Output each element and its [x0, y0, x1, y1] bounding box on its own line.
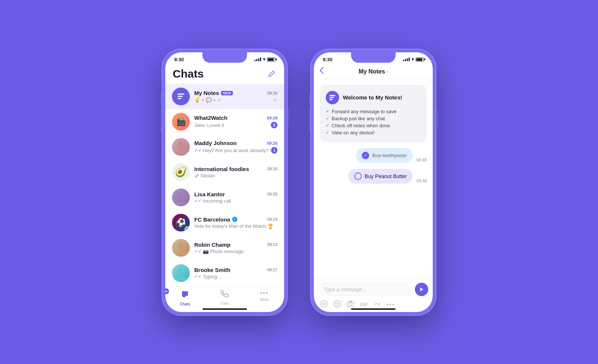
welcome-item-3: ✓ Check off notes when done: [326, 122, 421, 129]
more-nav-label: More: [260, 298, 269, 302]
unread-count-what2watch: 3: [271, 122, 277, 128]
calls-nav-label: Calls: [221, 301, 229, 305]
calls-nav-icon: [221, 290, 229, 300]
chat-name-foodies: International foodies: [194, 166, 249, 172]
emoji-icon[interactable]: [333, 300, 341, 310]
nav-calls[interactable]: Calls: [205, 290, 245, 306]
task-time-1: 09:48: [416, 158, 427, 162]
chat-name-maddy: Maddy Johnson: [194, 140, 237, 146]
sticker-icon[interactable]: [320, 300, 328, 310]
task-checkbox-2[interactable]: [354, 173, 362, 180]
unread-count-maddy: 1: [271, 147, 277, 154]
task-time-2: 09:48: [416, 178, 427, 183]
chat-time-lisa: 09:25: [267, 192, 277, 196]
message-input-field[interactable]: Type a message...: [318, 283, 412, 296]
svg-point-6: [178, 268, 184, 274]
avatar-fcbarcelona: ⚽ ✓: [172, 214, 190, 232]
svg-marker-10: [420, 288, 423, 291]
chat-name-lisa: Lisa Kantor: [194, 191, 225, 197]
status-icons-right: ▾: [403, 57, 424, 62]
avatar-brooke: [172, 264, 190, 282]
phone-left: 9:30 ▾ Chats: [162, 49, 288, 316]
chat-preview-my-notes: 💡 + 💬 = ✓: [194, 97, 221, 103]
chat-item-maddy[interactable]: Maddy Johnson 09:26 ✓✓ Hey? Are you at w…: [165, 134, 284, 160]
new-badge: NEW: [221, 91, 233, 95]
task-bubble-2: Buy Peanut Butter: [348, 169, 413, 184]
gif-icon[interactable]: GIF: [360, 302, 368, 307]
svg-rect-8: [329, 97, 334, 98]
svg-point-3: [178, 141, 184, 148]
chat-preview-foodies: 🗞 Sticker: [194, 173, 277, 178]
svg-rect-1: [178, 96, 183, 97]
chat-item-my-notes[interactable]: My Notes NEW 09:30 💡 + 💬 = ✓ ★: [165, 84, 284, 109]
welcome-card-header: Welcome to My Notes!: [326, 91, 421, 104]
chat-item-robin[interactable]: Robin Champ 09:23 ✓✓ 📷 Photo message: [165, 235, 284, 260]
svg-rect-9: [329, 99, 332, 100]
chat-name-robin: Robin Champ: [194, 242, 231, 248]
chat-time-brooke: 09:17: [267, 268, 277, 272]
signal-icon-right: [403, 58, 410, 61]
welcome-card: Welcome to My Notes! ✓ Forward any messa…: [320, 85, 427, 142]
chats-badge: 4: [165, 288, 169, 294]
wifi-icon: ▾: [263, 57, 265, 62]
chat-item-lisa[interactable]: Lisa Kantor 09:25 ✓✓ Incoming call: [165, 185, 284, 210]
check-icon-1: ✓: [326, 109, 329, 114]
chat-time-fcbarcelona: 09:24: [267, 217, 277, 222]
avatar-my-notes: [172, 88, 190, 105]
star-icon: ★: [273, 97, 277, 103]
svg-point-15: [336, 303, 337, 304]
check-icon-3: ✓: [326, 123, 329, 128]
battery-icon-right: [416, 58, 424, 62]
svg-point-5: [178, 242, 184, 249]
chat-name-fcbarcelona: FC Barcelona ✓: [194, 216, 237, 223]
chat-item-fcbarcelona[interactable]: ⚽ ✓ FC Barcelona ✓ 09:24 Vote for today'…: [165, 210, 284, 235]
home-indicator-left: [202, 308, 247, 310]
check-icon-2: ✓: [326, 116, 329, 121]
svg-rect-0: [178, 94, 184, 95]
notes-title: My Notes ›: [358, 68, 388, 75]
compose-button[interactable]: [266, 69, 277, 79]
svg-rect-7: [329, 95, 335, 96]
home-indicator-right: [351, 308, 396, 310]
chat-name-brooke: Brooke Smith: [194, 267, 231, 273]
signal-icon: [254, 58, 261, 61]
more-nav-icon: •••: [260, 290, 269, 296]
avatar-robin: [172, 239, 190, 257]
chat-time-my-notes: 09:30: [267, 91, 277, 95]
wifi-icon-right: ▾: [412, 57, 414, 62]
welcome-title: Welcome to My Notes!: [343, 94, 402, 101]
battery-icon: [267, 58, 275, 62]
task-text-1: Buy toothpaste: [372, 153, 407, 158]
svg-point-18: [349, 303, 352, 306]
chats-title: Chats: [173, 68, 204, 80]
chat-preview-lisa: ✓✓ Incoming call: [194, 198, 277, 204]
message-input-area: Type a message...: [314, 279, 433, 312]
chat-item-foodies[interactable]: 🥑 International foodies 09:26 🗞 Sticker: [165, 160, 284, 185]
svg-point-4: [178, 192, 184, 199]
task-item-1: ✓ Buy toothpaste 09:48: [320, 148, 427, 163]
svg-point-11: [321, 301, 327, 307]
chat-item-what2watch[interactable]: 🎬 What2Watch 09:29 Jake: Loved it 3: [165, 109, 284, 134]
chat-preview-fcbarcelona: Vote for today's Man of the Match 🏆: [194, 223, 277, 229]
chat-info-maddy: Maddy Johnson 09:26 ✓✓ Hey? Are you at w…: [194, 140, 277, 154]
status-bar-left: 9:30 ▾: [165, 52, 284, 65]
send-button[interactable]: [415, 283, 428, 296]
nav-more[interactable]: ••• More: [244, 290, 284, 306]
back-button[interactable]: [320, 67, 324, 76]
welcome-item-4: ✓ View on any device!: [326, 129, 421, 136]
nav-chats[interactable]: 4 Chats: [165, 290, 205, 306]
chat-preview-robin: ✓✓ 📷 Photo message: [194, 249, 277, 254]
task-checkbox-1[interactable]: ✓: [362, 152, 369, 159]
avatar-foodies: 🥑: [172, 163, 190, 181]
avatar-lisa: [172, 188, 190, 206]
chat-time-robin: 09:23: [267, 242, 277, 247]
chat-item-brooke[interactable]: Brooke Smith 09:17 ✓✓ Typing...: [165, 260, 284, 286]
chat-name-what2watch: What2Watch: [194, 115, 227, 121]
chat-info-foodies: International foodies 09:26 🗞 Sticker: [194, 166, 277, 178]
chats-header: Chats: [165, 65, 284, 84]
chat-time-foodies: 09:26: [267, 167, 277, 171]
more-toolbar-icon[interactable]: •••: [387, 301, 395, 308]
double-check-lisa: ✓✓: [194, 198, 202, 203]
task-bubble-1: ✓ Buy toothpaste: [356, 148, 413, 163]
task-text-2: Buy Peanut Butter: [365, 173, 407, 179]
